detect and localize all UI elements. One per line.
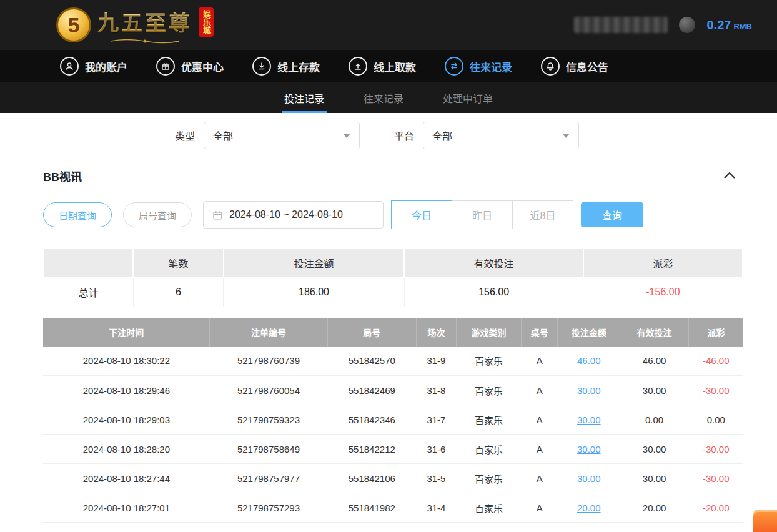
cell-order-id: 521798758649 <box>210 435 327 464</box>
balance-display: 0.27RMB <box>706 18 752 32</box>
cell-table-no: A <box>522 376 558 405</box>
platform-select[interactable]: 全部 <box>423 122 579 149</box>
platform-select-value: 全部 <box>432 128 452 143</box>
logo-flourish <box>107 38 182 44</box>
cell-session: 31-4 <box>416 493 456 523</box>
bell-icon <box>541 57 560 76</box>
top-header: 5 九五至尊 娱乐城 0.27RMB <box>0 0 777 50</box>
bet-table-body: 2024-08-10 18:30:22 521798760739 5518425… <box>43 347 743 523</box>
cell-order-id: 521798759323 <box>210 405 327 435</box>
date-range-value: 2024-08-10 ~ 2024-08-10 <box>229 209 343 220</box>
calendar-icon <box>212 210 223 220</box>
bet-amount-link[interactable]: 30.00 <box>577 415 601 425</box>
cell-game-type: 百家乐 <box>456 435 521 464</box>
date-query-button[interactable]: 日期查询 <box>43 202 112 227</box>
cell-payout: -20.00 <box>689 493 744 523</box>
search-button[interactable]: 查询 <box>581 202 643 227</box>
collapse-section-button[interactable] <box>723 170 743 182</box>
cell-bet-time: 2024-08-10 18:27:44 <box>43 464 210 493</box>
table-row: 2024-08-10 18:27:44 521798757977 5518421… <box>43 464 743 493</box>
deposit-icon <box>252 57 271 76</box>
header-table-no: 桌号 <box>522 318 558 347</box>
bet-amount-link[interactable]: 20.00 <box>577 503 601 513</box>
avatar[interactable] <box>679 17 695 33</box>
bet-amount-link[interactable]: 30.00 <box>577 385 601 396</box>
header-valid-bet: 有效投注 <box>620 318 689 347</box>
nav-item-announcements[interactable]: 信息公告 <box>541 57 608 76</box>
cell-session: 31-6 <box>416 435 456 464</box>
cell-payout: -46.00 <box>689 347 744 376</box>
last-8-days-button[interactable]: 近8日 <box>512 200 573 229</box>
table-row: 2024-08-10 18:29:46 521798760054 5518424… <box>43 376 743 405</box>
cell-round-id: 551841982 <box>327 493 416 523</box>
cell-bet-time: 2024-08-10 18:27:01 <box>43 493 210 523</box>
today-button[interactable]: 今日 <box>391 200 452 229</box>
bet-amount-link[interactable]: 30.00 <box>577 473 601 484</box>
logo-text-block: 九五至尊 <box>97 6 192 44</box>
user-icon <box>60 57 79 76</box>
red-packet-promo-icon[interactable] <box>753 510 777 532</box>
cell-order-id: 521798760739 <box>210 347 327 376</box>
yesterday-button[interactable]: 昨日 <box>452 200 513 229</box>
header-payout: 派彩 <box>689 318 744 347</box>
round-query-button[interactable]: 局号查询 <box>123 202 192 227</box>
nav-item-transaction-records[interactable]: 往来记录 <box>445 57 512 76</box>
cell-game-type: 百家乐 <box>456 405 521 435</box>
summary-header-blank <box>44 248 133 277</box>
nav-item-deposit[interactable]: 线上存款 <box>252 57 320 76</box>
summary-bet-amount-value: 186.00 <box>224 277 405 307</box>
cell-round-id: 551842469 <box>327 376 416 405</box>
balance-amount: 0.27 <box>706 18 731 32</box>
cell-session: 31-7 <box>416 405 456 435</box>
cell-game-type: 百家乐 <box>456 464 521 493</box>
summary-header-valid-bet: 有效投注 <box>404 248 583 277</box>
nav-item-promotions[interactable]: 优惠中心 <box>156 57 224 76</box>
cell-bet-amount: 30.00 <box>558 435 620 464</box>
cell-round-id: 551842212 <box>327 435 416 464</box>
tab-bet-records[interactable]: 投注记录 <box>282 82 327 113</box>
cell-round-id: 551842570 <box>327 347 416 376</box>
summary-valid-bet-value: 156.00 <box>404 277 583 307</box>
date-range-input[interactable]: 2024-08-10 ~ 2024-08-10 <box>203 201 384 229</box>
query-controls: 日期查询 局号查询 2024-08-10 ~ 2024-08-10 今日 昨日 … <box>43 200 743 229</box>
cell-session: 31-9 <box>416 347 456 376</box>
table-row: 2024-08-10 18:27:01 521798757293 5518419… <box>43 493 743 523</box>
type-select-value: 全部 <box>213 128 233 143</box>
logo-subtitle-badge: 娱乐城 <box>199 7 214 37</box>
cell-table-no: A <box>522 405 558 435</box>
bet-amount-link[interactable]: 30.00 <box>577 444 601 455</box>
tab-pending-orders[interactable]: 处理中订单 <box>440 82 495 113</box>
summary-header-payout: 派彩 <box>583 248 743 277</box>
chevron-down-icon <box>343 134 350 138</box>
cell-game-type: 百家乐 <box>456 347 521 376</box>
header-round-id: 局号 <box>327 318 416 347</box>
tab-transaction-records[interactable]: 往来记录 <box>361 82 406 113</box>
cell-bet-time: 2024-08-10 18:29:03 <box>43 405 210 435</box>
summary-total-label: 总计 <box>44 277 133 307</box>
main-content: 类型 全部 平台 全部 BB视讯 日期查询 局号查询 2024-08-10 ~ … <box>0 122 777 523</box>
type-select[interactable]: 全部 <box>204 122 360 149</box>
cell-order-id: 521798757293 <box>210 493 327 523</box>
nav-item-withdraw[interactable]: 线上取款 <box>349 57 416 76</box>
summary-payout-value: -156.00 <box>583 277 743 307</box>
cell-bet-amount: 46.00 <box>558 347 620 376</box>
nav-label: 线上取款 <box>374 59 416 74</box>
cell-valid-bet: 30.00 <box>620 376 689 405</box>
quick-date-group: 今日 昨日 近8日 <box>391 200 573 229</box>
cell-session: 31-8 <box>416 376 456 405</box>
cell-table-no: A <box>522 464 558 493</box>
cell-bet-time: 2024-08-10 18:30:22 <box>43 347 210 376</box>
header-bet-amount: 投注金额 <box>558 318 620 347</box>
header-session: 场次 <box>416 318 456 347</box>
site-logo[interactable]: 5 九五至尊 娱乐城 <box>56 6 214 44</box>
chevron-down-icon <box>562 134 570 138</box>
cell-game-type: 百家乐 <box>456 376 521 405</box>
summary-table: 笔数 投注金额 有效投注 派彩 总计 6 186.00 156.00 -156.… <box>43 247 743 307</box>
table-row: 2024-08-10 18:30:22 521798760739 5518425… <box>43 347 743 376</box>
summary-total-row: 总计 6 186.00 156.00 -156.00 <box>44 277 743 307</box>
username-redacted[interactable] <box>574 17 668 33</box>
nav-item-my-account[interactable]: 我的账户 <box>60 57 127 76</box>
gift-icon <box>156 57 175 76</box>
cell-table-no: A <box>522 435 558 464</box>
bet-amount-link[interactable]: 46.00 <box>577 355 601 366</box>
